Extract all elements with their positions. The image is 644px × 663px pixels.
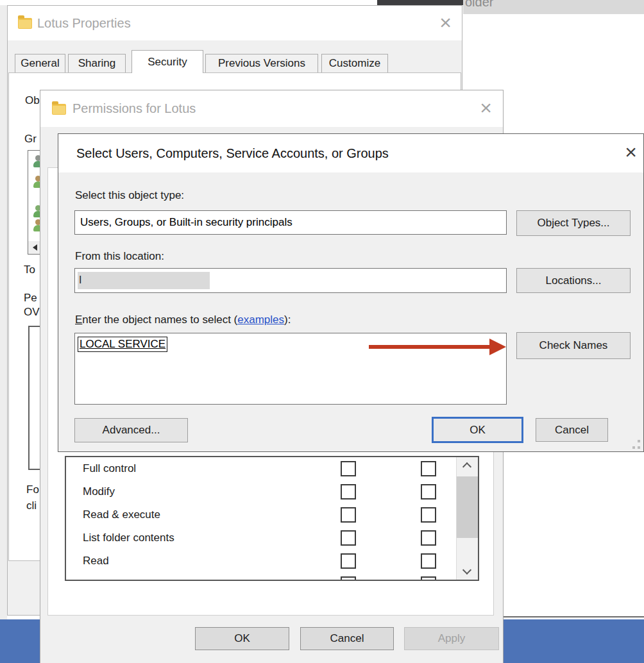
locations-button[interactable]: Locations... [516,268,631,293]
permission-label: Read & execute [83,508,160,521]
enter-names-label: Enter the object names to select (exampl… [75,314,291,326]
select-ok-button[interactable]: OK [432,417,523,443]
permission-label: List folder contents [83,532,174,544]
deny-checkbox[interactable] [421,530,436,546]
allow-checkbox[interactable] [341,553,356,569]
folder-icon [52,104,66,115]
deny-checkbox[interactable] [421,507,436,523]
permissions-for-label-clipped-1: Pe [24,292,37,305]
annotation-arrow-shaft [369,345,491,349]
folder-icon [18,18,32,29]
permissions-ok-button[interactable]: OK [195,627,289,650]
redacted-location-text [78,272,210,289]
advanced-button[interactable]: Advanced... [74,418,188,442]
to-change-label-clipped: To [24,264,35,276]
tab-sharing[interactable]: Sharing [68,54,126,72]
permissions-cancel-button[interactable]: Cancel [300,627,394,650]
deny-checkbox[interactable] [421,553,436,569]
permissions-scrollbar[interactable] [456,457,478,580]
permission-label: Full control [83,462,136,475]
from-location-label: From this location: [75,250,164,263]
allow-checkbox[interactable] [341,576,356,581]
deny-checkbox[interactable] [421,576,436,581]
screen: older Lotus Properties × General Sharing… [0,0,644,663]
background-left-strip [0,5,7,663]
permissions-title: Permissions for Lotus [72,90,196,127]
annotation-arrow-icon [489,339,506,355]
scrollbar-thumb[interactable] [457,476,478,538]
background-window-bottom-edge [504,616,644,617]
object-names-textarea[interactable]: LOCAL SERVICE [74,333,507,405]
scroll-up-icon[interactable] [462,462,471,471]
permissions-titlebar: Permissions for Lotus × [40,90,503,127]
select-users-titlebar: Select Users, Computers, Service Account… [58,134,643,172]
examples-link[interactable]: examples [237,314,284,326]
tab-general[interactable]: General [15,54,65,72]
allow-checkbox[interactable] [341,461,356,476]
location-field[interactable]: I [74,268,507,293]
scroll-down-icon[interactable] [462,566,471,575]
permissions-for-label-clipped-2: OV [24,306,40,319]
allow-checkbox[interactable] [341,530,356,546]
allow-checkbox[interactable] [341,484,356,499]
background-clipped-text: older [465,0,493,10]
permission-label: Modify [83,485,115,498]
permissions-listview: Full control Modify Read & execute List … [65,456,479,581]
background-window-strip: older [463,0,644,14]
close-icon[interactable]: × [480,97,492,118]
object-types-button[interactable]: Object Types... [516,210,631,236]
resolved-name: LOCAL SERVICE [78,337,167,352]
select-users-dialog: Select Users, Computers, Service Account… [58,133,644,452]
close-icon[interactable]: × [439,12,452,33]
tab-previous-versions[interactable]: Previous Versions [205,54,318,72]
select-cancel-button[interactable]: Cancel [536,418,608,442]
special-permissions-label-clipped-2: cli [26,499,37,512]
select-users-title: Select Users, Computers, Service Account… [76,134,389,172]
deny-checkbox[interactable] [421,484,436,499]
object-name-label-clipped: Ob [25,94,40,107]
special-permissions-label-clipped-1: Fo [26,483,39,496]
close-icon[interactable]: × [625,142,637,162]
object-type-label: Select this object type: [75,189,184,202]
group-names-label-clipped: Gr [24,133,37,146]
properties-titlebar: Lotus Properties × [8,6,462,40]
check-names-button[interactable]: Check Names [516,332,631,359]
permission-label: Read [83,555,109,567]
background-dark-fragment [377,0,463,5]
resize-grip[interactable] [631,440,640,449]
scroll-left-icon[interactable] [33,244,37,251]
allow-checkbox[interactable] [341,507,356,523]
tab-security[interactable]: Security [131,50,203,73]
properties-title: Lotus Properties [37,6,131,40]
object-type-field[interactable]: Users, Groups, or Built-in security prin… [74,210,507,235]
tab-customize[interactable]: Customize [321,54,388,72]
deny-checkbox[interactable] [421,461,436,476]
permissions-apply-button[interactable]: Apply [404,627,499,650]
location-value: I [79,274,81,286]
